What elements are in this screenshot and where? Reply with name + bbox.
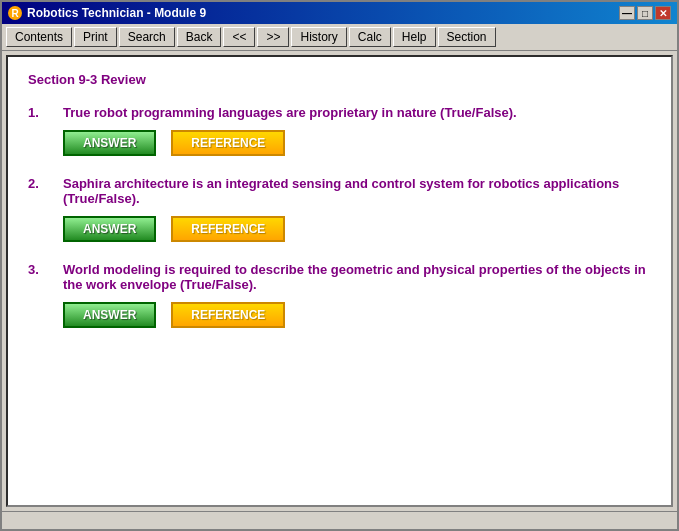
question-1-reference-button[interactable]: REFERENCE <box>171 130 285 156</box>
question-3-buttons: ANSWER REFERENCE <box>63 302 651 328</box>
question-2-number: 2. <box>28 176 63 206</box>
title-bar: R Robotics Technician - Module 9 — □ ✕ <box>2 2 677 24</box>
minimize-button[interactable]: — <box>619 6 635 20</box>
contents-button[interactable]: Contents <box>6 27 72 47</box>
history-button[interactable]: History <box>291 27 346 47</box>
question-3-number: 3. <box>28 262 63 292</box>
close-button[interactable]: ✕ <box>655 6 671 20</box>
question-3-block: 3. World modeling is required to describ… <box>28 262 651 328</box>
content-area: Section 9-3 Review 1. True robot program… <box>6 55 673 507</box>
search-button[interactable]: Search <box>119 27 175 47</box>
question-2-reference-button[interactable]: REFERENCE <box>171 216 285 242</box>
back-button[interactable]: Back <box>177 27 222 47</box>
app-icon: R <box>8 6 22 20</box>
question-3-reference-button[interactable]: REFERENCE <box>171 302 285 328</box>
question-2-answer-button[interactable]: ANSWER <box>63 216 156 242</box>
prev-button[interactable]: << <box>223 27 255 47</box>
section-button[interactable]: Section <box>438 27 496 47</box>
question-2-text: 2. Saphira architecture is an integrated… <box>28 176 651 206</box>
help-button[interactable]: Help <box>393 27 436 47</box>
status-bar <box>2 511 677 529</box>
main-window: R Robotics Technician - Module 9 — □ ✕ C… <box>0 0 679 531</box>
question-1-content: True robot programming languages are pro… <box>63 105 517 120</box>
question-3-content: World modeling is required to describe t… <box>63 262 651 292</box>
title-bar-left: R Robotics Technician - Module 9 <box>8 6 206 20</box>
question-1-text: 1. True robot programming languages are … <box>28 105 651 120</box>
question-1-block: 1. True robot programming languages are … <box>28 105 651 156</box>
maximize-button[interactable]: □ <box>637 6 653 20</box>
next-button[interactable]: >> <box>257 27 289 47</box>
window-title: Robotics Technician - Module 9 <box>27 6 206 20</box>
question-2-content: Saphira architecture is an integrated se… <box>63 176 651 206</box>
question-1-buttons: ANSWER REFERENCE <box>63 130 651 156</box>
calc-button[interactable]: Calc <box>349 27 391 47</box>
toolbar: Contents Print Search Back << >> History… <box>2 24 677 51</box>
print-button[interactable]: Print <box>74 27 117 47</box>
question-1-number: 1. <box>28 105 63 120</box>
question-2-buttons: ANSWER REFERENCE <box>63 216 651 242</box>
question-1-answer-button[interactable]: ANSWER <box>63 130 156 156</box>
question-3-text: 3. World modeling is required to describ… <box>28 262 651 292</box>
question-3-answer-button[interactable]: ANSWER <box>63 302 156 328</box>
question-2-block: 2. Saphira architecture is an integrated… <box>28 176 651 242</box>
section-title: Section 9-3 Review <box>28 72 651 87</box>
title-bar-buttons: — □ ✕ <box>619 6 671 20</box>
